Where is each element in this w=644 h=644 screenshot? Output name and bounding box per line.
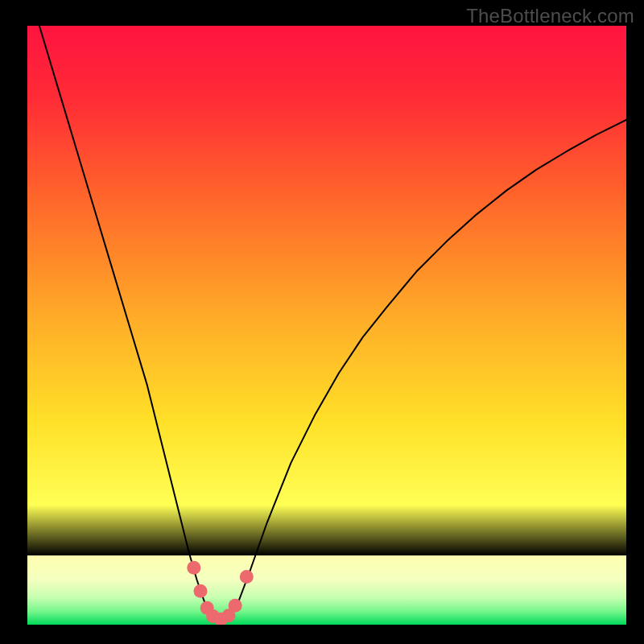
- bottleneck-plot: [27, 26, 626, 625]
- heatmap-background: [27, 26, 626, 625]
- curve-marker: [187, 561, 200, 575]
- chart-frame: TheBottleneck.com: [0, 0, 644, 644]
- watermark-text: TheBottleneck.com: [466, 5, 634, 27]
- curve-marker: [240, 570, 254, 584]
- curve-marker: [194, 584, 208, 598]
- curve-marker: [229, 599, 242, 613]
